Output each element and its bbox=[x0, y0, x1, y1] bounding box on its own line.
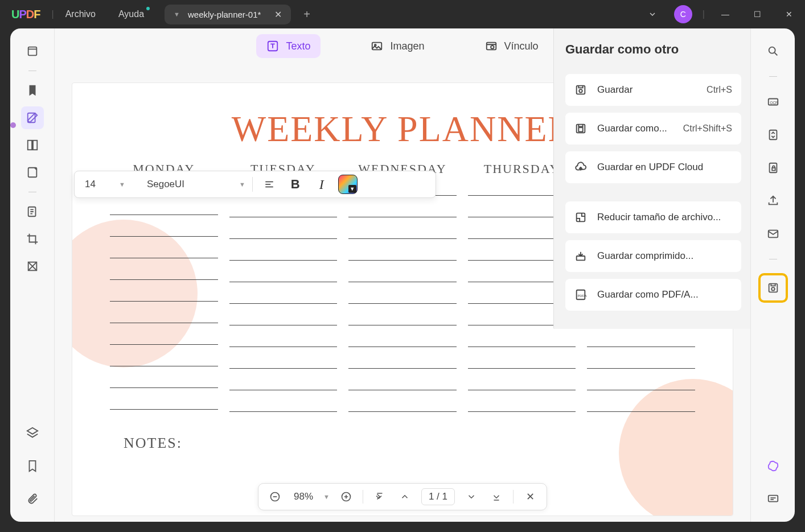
font-color-button[interactable]: ▼ bbox=[338, 175, 358, 194]
menu-ayuda[interactable]: Ayuda bbox=[107, 9, 155, 19]
image-icon bbox=[371, 40, 383, 52]
comment-icon[interactable] bbox=[21, 134, 44, 156]
ribbon-imagen-label: Imagen bbox=[390, 40, 424, 52]
font-family-dropdown-icon[interactable]: ▼ bbox=[239, 181, 245, 188]
email-icon[interactable] bbox=[762, 222, 785, 245]
writing-line bbox=[348, 269, 457, 282]
writing-line bbox=[348, 204, 457, 217]
recent-dropdown[interactable] bbox=[636, 0, 668, 28]
notification-dot bbox=[146, 7, 150, 10]
close-window-button[interactable]: ✕ bbox=[773, 0, 805, 28]
writing-line bbox=[110, 310, 218, 323]
writing-line bbox=[110, 374, 218, 388]
save-item-pdfa[interactable]: PDF/A Guardar como PDF/A... bbox=[565, 279, 741, 311]
bookmark-icon[interactable] bbox=[21, 455, 44, 477]
save-item-reduce[interactable]: Reducir tamaño de archivo... bbox=[565, 201, 741, 233]
ribbon-texto-label: Texto bbox=[286, 40, 310, 52]
last-page-button[interactable] bbox=[488, 488, 505, 505]
writing-line bbox=[110, 331, 218, 345]
zoom-dropdown-icon[interactable]: ▼ bbox=[323, 493, 330, 500]
left-sidebar bbox=[10, 28, 55, 522]
save-item-label: Guardar bbox=[597, 84, 696, 96]
prev-page-button[interactable] bbox=[396, 488, 413, 505]
ribbon-texto-button[interactable]: Texto bbox=[256, 34, 321, 58]
separator: | bbox=[703, 9, 705, 19]
save-item-guardar[interactable]: Guardar Ctrl+S bbox=[565, 74, 741, 106]
page-tools-icon[interactable] bbox=[21, 161, 44, 184]
first-page-button[interactable] bbox=[371, 488, 388, 505]
day-column-monday: MONDAY Desayuno bbox=[106, 162, 221, 426]
svg-rect-15 bbox=[578, 127, 582, 131]
save-as-other-button-highlighted[interactable] bbox=[758, 273, 788, 303]
feedback-icon[interactable] bbox=[762, 488, 785, 510]
reduce-size-icon bbox=[574, 211, 587, 224]
ocr-icon[interactable]: OCR bbox=[762, 90, 785, 113]
search-icon[interactable] bbox=[762, 40, 785, 63]
ribbon-vinculo-button[interactable]: Vínculo bbox=[475, 34, 549, 58]
italic-button[interactable]: I bbox=[312, 175, 331, 194]
chevron-down-icon: ▼ bbox=[348, 185, 356, 193]
svg-rect-2 bbox=[27, 141, 31, 150]
close-toolbar-button[interactable]: ✕ bbox=[521, 488, 539, 505]
zoom-in-button[interactable] bbox=[338, 488, 355, 505]
writing-line bbox=[110, 396, 218, 410]
page-indicator[interactable]: 1 / 1 bbox=[421, 488, 455, 505]
tab-dropdown-icon[interactable]: ▼ bbox=[174, 11, 180, 18]
save-item-compressed[interactable]: Guardar comprimido... bbox=[565, 240, 741, 272]
form-icon[interactable] bbox=[21, 200, 44, 223]
separator bbox=[513, 490, 514, 504]
day-column-tuesday: TUESDAY bbox=[226, 162, 341, 426]
menu-archivo[interactable]: Archivo bbox=[54, 9, 107, 19]
new-tab-button[interactable]: + bbox=[303, 8, 310, 21]
font-size-input[interactable] bbox=[85, 179, 112, 190]
writing-line bbox=[348, 225, 457, 239]
divider bbox=[28, 71, 36, 71]
writing-line bbox=[587, 398, 695, 412]
attachment-icon[interactable] bbox=[21, 488, 44, 510]
title-bar: UPDF | Archivo Ayuda ▼ weekly-planner-01… bbox=[0, 0, 805, 28]
divider bbox=[769, 76, 777, 77]
notes-label: NOTES: bbox=[124, 435, 733, 452]
minimize-button[interactable]: — bbox=[709, 0, 741, 28]
edit-icon[interactable] bbox=[21, 106, 44, 129]
font-size-dropdown-icon[interactable]: ▼ bbox=[119, 181, 125, 188]
ai-icon[interactable] bbox=[762, 455, 785, 477]
save-item-shortcut: Ctrl+S bbox=[707, 85, 732, 95]
divider bbox=[769, 259, 777, 259]
bold-button[interactable]: B bbox=[286, 175, 305, 194]
thumbnails-icon[interactable] bbox=[21, 40, 44, 63]
crop-icon[interactable] bbox=[21, 228, 44, 250]
save-panel-title: Guardar como otro bbox=[565, 42, 741, 57]
writing-line bbox=[229, 312, 338, 325]
document-tab[interactable]: ▼ weekly-planner-01* ✕ bbox=[165, 5, 291, 24]
ribbon-imagen-button[interactable]: Imagen bbox=[360, 34, 434, 58]
writing-line bbox=[468, 398, 576, 412]
user-avatar[interactable]: C bbox=[674, 5, 692, 23]
writing-line bbox=[229, 247, 338, 261]
link-icon bbox=[485, 40, 498, 52]
convert-icon[interactable] bbox=[762, 123, 785, 146]
writing-line bbox=[229, 333, 338, 347]
writing-line bbox=[468, 355, 576, 369]
layers-icon[interactable] bbox=[21, 422, 44, 444]
svg-rect-0 bbox=[28, 47, 36, 56]
writing-line bbox=[110, 353, 218, 366]
font-family-select[interactable]: SegoeUI bbox=[147, 179, 232, 190]
writing-line bbox=[110, 288, 218, 302]
menu-ayuda-label: Ayuda bbox=[118, 9, 144, 19]
close-tab-icon[interactable]: ✕ bbox=[274, 9, 282, 20]
align-left-button[interactable] bbox=[260, 175, 279, 194]
protect-icon[interactable] bbox=[762, 156, 785, 179]
reader-icon[interactable] bbox=[21, 79, 44, 102]
save-item-guardar-como[interactable]: Guardar como... Ctrl+Shift+S bbox=[565, 113, 741, 145]
zoom-out-button[interactable] bbox=[266, 488, 284, 505]
redact-icon[interactable] bbox=[21, 255, 44, 278]
writing-line bbox=[587, 377, 695, 390]
save-item-shortcut: Ctrl+Shift+S bbox=[683, 123, 732, 134]
writing-line bbox=[110, 245, 218, 258]
next-page-button[interactable] bbox=[463, 488, 480, 505]
save-item-cloud[interactable]: Guardar en UPDF Cloud bbox=[565, 151, 741, 183]
maximize-button[interactable]: ☐ bbox=[741, 0, 773, 28]
writing-line bbox=[468, 377, 576, 390]
share-icon[interactable] bbox=[762, 189, 785, 212]
